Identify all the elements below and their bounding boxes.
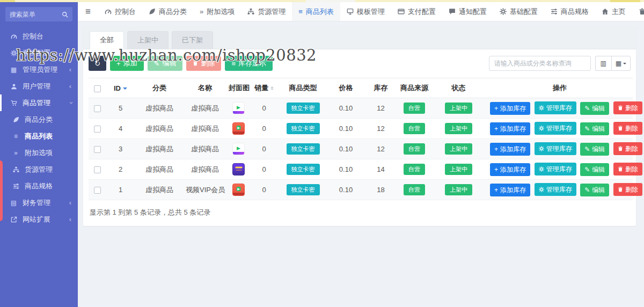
topnav-tab-template-manage[interactable]: 模板管理 (340, 2, 391, 21)
cell-name: 虚拟商品 (184, 98, 226, 119)
edit-row-button[interactable]: ✎编辑 (580, 184, 609, 196)
topnav-tab-goods-spec[interactable]: 商品规格 (544, 2, 595, 21)
gear-icon (500, 8, 507, 15)
edit-row-button[interactable]: ✎编辑 (580, 143, 609, 156)
delete-button[interactable]: 删除 (186, 56, 221, 71)
sidebar-item-user-manage[interactable]: 用户管理‹ (0, 78, 78, 94)
content-area: 全部 上架中 已下架 ↻ +添加 ✎编辑 删除 ≡库存显示 (78, 21, 644, 307)
card-body: ↻ +添加 ✎编辑 删除 ≡库存显示 ▥ ▦ (83, 49, 636, 226)
floating-widget-handle[interactable] (0, 160, 3, 221)
goods-search-input[interactable] (489, 56, 591, 71)
topnav-tab-dashboard[interactable]: 控制台 (98, 2, 142, 21)
edit-row-button[interactable]: ✎编辑 (580, 102, 609, 115)
col-id[interactable]: ID (106, 78, 135, 98)
cell-name: 视频VIP会员 (184, 180, 226, 200)
sidebar-item-admin-manage[interactable]: ▦管理员管理‹ (0, 61, 78, 78)
row-checkbox[interactable] (94, 187, 101, 194)
add-stock-button[interactable]: +添加库存 (490, 184, 530, 196)
trash-icon (618, 146, 623, 151)
topnav-tab-notify-config[interactable]: 通知配置 (442, 2, 493, 21)
hamburger-menu-icon[interactable]: ≡ (78, 2, 98, 21)
home-icon (602, 8, 609, 15)
table-row[interactable]: 5 虚拟商品 虚拟商品 0 独立卡密 0.10 12 自营 上架中 (89, 98, 633, 119)
topnav-label: 货源管理 (258, 7, 286, 17)
sidebar-item-goods-spec[interactable]: 商品规格 (0, 178, 78, 194)
tab-off-sale[interactable]: 已下架 (172, 31, 213, 49)
topnav-tab-supply-manage[interactable]: 货源管理 (241, 2, 292, 21)
search-icon[interactable] (62, 11, 68, 18)
cell-id: 5 (106, 98, 135, 119)
delete-row-button[interactable]: 删除 (613, 163, 642, 176)
topnav-tab-goods-category[interactable]: 商品分类 (142, 2, 193, 21)
gear-icon (9, 49, 18, 57)
menu-search-input[interactable] (10, 11, 62, 18)
sidebar-item-extra-options[interactable]: »附加选项 (0, 144, 78, 161)
add-stock-button[interactable]: +添加库存 (490, 163, 530, 176)
tab-all[interactable]: 全部 (90, 31, 124, 49)
home-button[interactable]: 主页 (595, 2, 632, 21)
product-cover-image (232, 163, 245, 176)
add-stock-button[interactable]: +添加库存 (490, 143, 530, 156)
sidebar-item-system-config[interactable]: 系统配置‹ (0, 45, 78, 61)
sidebar-item-dashboard[interactable]: 控制台 (0, 28, 78, 45)
manage-stock-button[interactable]: 管理库存 (535, 163, 576, 176)
row-checkbox[interactable] (94, 126, 101, 133)
cell-id: 1 (106, 180, 135, 200)
chevron-left-icon: ‹ (69, 65, 71, 74)
list-icon: ≡ (298, 8, 303, 16)
add-button[interactable]: +添加 (110, 56, 144, 71)
sidebar-item-site-extension[interactable]: 网站扩展‹ (0, 211, 78, 228)
sidebar-item-supply-manage[interactable]: 货源管理 (0, 161, 78, 178)
cell-price: 0.10 (328, 119, 363, 139)
row-checkbox[interactable] (94, 166, 101, 173)
topnav-tab-base-config[interactable]: 基础配置 (493, 2, 544, 21)
plus-icon: + (494, 125, 498, 133)
cell-stock: 18 (363, 180, 398, 200)
manage-stock-button[interactable]: 管理库存 (535, 183, 576, 196)
edit-row-button[interactable]: ✎编辑 (580, 122, 609, 135)
select-all-checkbox[interactable] (94, 85, 101, 92)
menu-search-box[interactable] (5, 7, 72, 21)
user-icon (9, 83, 18, 90)
table-row[interactable]: 1 虚拟商品 视频VIP会员 0 独立卡密 0.10 18 自营 上架中 (89, 180, 633, 200)
stock-display-button[interactable]: ≡库存显示 (225, 56, 273, 71)
product-cover-image (232, 122, 245, 135)
topnav-tab-payment-config[interactable]: 支付配置 (391, 2, 442, 21)
topnav-tab-extra-options[interactable]: »附加选项 (193, 2, 241, 21)
row-checkbox[interactable] (94, 105, 101, 112)
topnav-tab-goods-list[interactable]: ≡商品列表 (292, 2, 340, 21)
tab-on-sale[interactable]: 上架中 (127, 31, 169, 49)
gears-icon (539, 187, 544, 192)
columns-button[interactable]: ▦ (611, 56, 631, 71)
delete-row-button[interactable]: 删除 (613, 122, 642, 135)
manage-stock-button[interactable]: 管理库存 (535, 142, 576, 155)
product-cover-image (232, 184, 245, 196)
cell-category: 虚拟商品 (135, 180, 184, 200)
col-sales[interactable]: 销量 (251, 78, 277, 98)
sidebar-item-goods-manage[interactable]: 商品管理‹ (0, 94, 78, 111)
sidebar-item-finance-manage[interactable]: ▤财务管理‹ (0, 194, 78, 211)
clear-cache-button[interactable]: 清空缓存 (632, 2, 644, 21)
sidebar-item-goods-list[interactable]: ≡商品列表 (0, 128, 78, 144)
delete-row-button[interactable]: 删除 (613, 142, 642, 155)
delete-row-button[interactable]: 删除 (613, 183, 642, 196)
manage-stock-button[interactable]: 管理库存 (535, 101, 576, 114)
status-badge: 上架中 (445, 143, 472, 154)
table-row[interactable]: 2 虚拟商品 虚拟商品 0 独立卡密 0.10 14 自营 上架中 (89, 159, 633, 180)
refresh-button[interactable]: ↻ (89, 56, 106, 71)
delete-row-button[interactable]: 删除 (613, 101, 642, 114)
manage-stock-button[interactable]: 管理库存 (535, 122, 576, 135)
sidebar-item-label: 控制台 (23, 32, 43, 41)
add-stock-button[interactable]: +添加库存 (490, 102, 530, 115)
edit-button[interactable]: ✎编辑 (148, 56, 183, 71)
sidebar-item-goods-category[interactable]: 商品分类 (0, 111, 78, 128)
row-checkbox[interactable] (94, 146, 101, 153)
edit-label: 编辑 (162, 59, 176, 68)
sort-desc-icon (123, 87, 127, 92)
table-row[interactable]: 4 虚拟商品 虚拟商品 0 独立卡密 0.10 12 自营 上架中 (89, 119, 633, 139)
comment-icon (449, 8, 456, 15)
table-row[interactable]: 3 虚拟商品 虚拟商品 0 独立卡密 0.10 12 自营 上架中 (89, 139, 633, 159)
edit-row-button[interactable]: ✎编辑 (580, 163, 609, 176)
toggle-view-button[interactable]: ▥ (595, 56, 611, 71)
add-stock-button[interactable]: +添加库存 (490, 122, 530, 135)
